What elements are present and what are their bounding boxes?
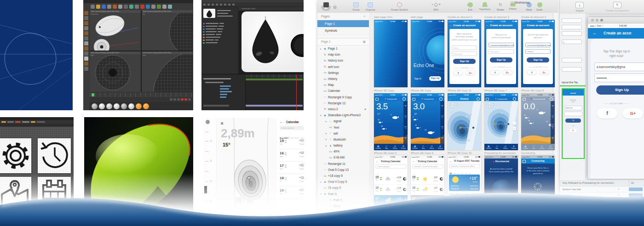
- create-component-button[interactable]: ✎ Create Component: [597, 2, 638, 12]
- nav-item[interactable]: ◷History: [391, 144, 399, 150]
- facebook-button[interactable]: f: [597, 108, 617, 119]
- artboard-start-page[interactable]: ●●●●● Yext ◠9:49 AM49% Echo One Sign In …: [411, 20, 444, 87]
- ungroup-button[interactable]: Ungroup: [362, 2, 378, 11]
- artboard-title[interactable]: iPhone SE Copy 8: [521, 89, 556, 92]
- layer-row[interactable]: ▾ ■ StatusBar-Light-iPhone3: [317, 112, 369, 118]
- artboard-history-map[interactable]: ●●●●● Yext ◠9:49 AM49% ← History: [448, 93, 481, 150]
- layer-row[interactable]: ▭ Rectangle 12: [317, 100, 369, 106]
- menu-icon[interactable]: [375, 98, 379, 101]
- sign-up-button[interactable]: Sign Up: [429, 76, 441, 81]
- password-field[interactable]: Password: [489, 49, 514, 54]
- ae-layer-bar-video[interactable]: [246, 79, 303, 80]
- artboard-create-account-1[interactable]: ●●●●● Yext ◠9:49 AM49% ← Create an accou…: [448, 20, 481, 87]
- facebook-button[interactable]: f: [453, 70, 463, 75]
- artboard-title[interactable]: Create an account 1: [448, 16, 483, 18]
- c4d-timeline-ruler[interactable]: [90, 93, 193, 97]
- facebook-button[interactable]: f: [527, 70, 537, 75]
- nav-item[interactable]: ▦Calendar: [411, 144, 419, 150]
- search-field[interactable]: Chernihiv, Chernihivs'ka oblast: [449, 164, 480, 168]
- nav-item[interactable]: ◷History: [501, 144, 510, 150]
- artboard-title[interactable]: iPhone SE Copy: [374, 89, 409, 92]
- email-field[interactable]: a.kaznovetskiy@gmail.com: [525, 43, 551, 47]
- zoom-control[interactable]: − ◯ + 50%: [427, 2, 445, 11]
- layer-row[interactable]: Aa Map: [317, 82, 369, 88]
- search-field[interactable]: Current position: [375, 164, 406, 169]
- artboard-sonar-connected-2[interactable]: ●●●●● Yext ◠9:49 AM49% Connected 3.0 18°…: [411, 93, 444, 150]
- nav-item[interactable]: ⚐Map: [382, 144, 391, 150]
- artboard-title[interactable]: Prepearing for connection: [484, 152, 519, 154]
- nav-item[interactable]: ⚙Settings: [399, 144, 408, 150]
- sonar-device-icon[interactable]: [549, 97, 554, 102]
- nav-item[interactable]: ◷History: [538, 144, 546, 150]
- layer-row[interactable]: ▸ ■ Page 1: [317, 45, 369, 51]
- layer-row[interactable]: ▸ ᛒ bluetooth: [317, 136, 369, 142]
- email-field[interactable]: a.kaznovetskiy@gma: [594, 62, 644, 71]
- sign-in-link[interactable]: Sign In: [414, 78, 421, 80]
- calendar-row[interactable]: 16Wed +18Cloudy: [279, 149, 304, 162]
- search-field[interactable]: Chernihiv, Chernihivs'ka oblast: [412, 164, 443, 169]
- google-plus-button[interactable]: G+: [539, 70, 549, 75]
- property-field[interactable]: [562, 67, 582, 72]
- email-field[interactable]: Email: [452, 45, 477, 50]
- sign-up-button[interactable]: Sign Up: [490, 57, 512, 62]
- artboard-sonar-connected-1[interactable]: ●●●●● Yext ◠9:49 AM49% Connected 3.5 17°…: [374, 93, 408, 150]
- layer-row[interactable]: Aa Yext: [317, 124, 369, 130]
- c4d-transport-controls[interactable]: [90, 97, 193, 102]
- layer-row[interactable]: ▸ ◠ wifi: [317, 130, 369, 136]
- menu-icon[interactable]: [486, 98, 489, 101]
- sonar-device-icon[interactable]: [402, 97, 407, 102]
- rotate-button[interactable]: ↻ Rotate: [494, 2, 507, 11]
- sign-up-button[interactable]: Sign Up: [596, 85, 644, 95]
- list-view-icon[interactable]: ▣: [363, 39, 366, 45]
- nav-item[interactable]: ⚙Settings: [546, 144, 555, 150]
- artboard-create-account-2[interactable]: ●●●●● Yext ◠9:49 AM49% ← Create an accou…: [484, 20, 518, 87]
- ae-composition-view[interactable]: [239, 7, 304, 74]
- insert-button[interactable]: Insert: [319, 2, 333, 11]
- nav-item[interactable]: ⚐Map: [529, 144, 538, 150]
- layer-row[interactable]: Aa 49%: [317, 148, 369, 154]
- layer-row[interactable]: Aa History: [317, 76, 369, 82]
- sonar-device-icon[interactable]: [439, 97, 443, 102]
- layer-row[interactable]: ↻ sett icon: [317, 64, 369, 70]
- password-field[interactable]: •••••••••: [594, 73, 644, 82]
- viewport-right[interactable]: View Cameras Display Options Filter Pane…: [90, 51, 141, 92]
- artboard-title[interactable]: start page intro: [374, 16, 409, 18]
- nav-item[interactable]: ▦Calendar: [521, 144, 529, 150]
- property-field[interactable]: [562, 18, 582, 23]
- property-field[interactable]: [562, 25, 582, 29]
- bottom-nav[interactable]: ▦Calendar⚐Map◷History⚙Settings: [484, 144, 518, 150]
- artboard-title[interactable]: Create an account 2: [484, 16, 519, 18]
- artboard-title[interactable]: start page: [411, 16, 446, 18]
- viewport-top[interactable]: View Cameras Display Options Filter Pane…: [142, 10, 193, 51]
- viewport-perspective[interactable]: View Cameras Display Options Filter Pane…: [90, 10, 141, 51]
- symbols-item[interactable]: Symbols: [317, 27, 369, 34]
- artboard-map-connected[interactable]: ●●●●● Yext ◠9:49 AM49% Connected: [484, 93, 518, 150]
- ae-composition-tab[interactable]: Composition Comp 1: [239, 7, 304, 11]
- selected-artboard-thumbnail[interactable]: account Up button now! @gmail.com Up wit…: [562, 88, 585, 159]
- ae-timeline-ruler[interactable]: [246, 74, 304, 78]
- nav-item[interactable]: ⚙Settings: [436, 144, 444, 150]
- nav-item[interactable]: ⚐Map: [419, 144, 427, 150]
- edit-button[interactable]: Edit: [465, 2, 476, 11]
- facebook-button[interactable]: f: [490, 70, 500, 75]
- locate-button[interactable]: ➢: [512, 127, 516, 130]
- layer-row[interactable]: Aa 9:49 AM: [317, 154, 369, 160]
- preview-window-chrome[interactable]: [588, 17, 644, 23]
- info-button[interactable]: i: [512, 121, 516, 125]
- layer-row[interactable]: ↻ map icon: [317, 51, 369, 57]
- create-symbol-button[interactable]: Create Symbol: [386, 2, 412, 11]
- c4d-material-swatches[interactable]: [90, 102, 193, 110]
- artboard-title[interactable]: iPhone SE Copy 10: [448, 152, 483, 154]
- selected-layer-label[interactable]: signup blue Tap: [562, 81, 578, 84]
- search-field[interactable]: Current position: [280, 126, 304, 130]
- property-field[interactable]: [562, 58, 582, 62]
- page-item-selected[interactable]: Page 1: [317, 20, 369, 27]
- back-icon[interactable]: ←: [449, 160, 452, 163]
- artboard-create-account-3[interactable]: ●●●●● Yext ◠9:49 AM49% ← Create an accou…: [521, 20, 555, 87]
- back-icon[interactable]: ←: [592, 31, 597, 35]
- sonar-device-icon[interactable]: [512, 97, 517, 102]
- layer-row[interactable]: Aa Calendar: [317, 88, 369, 94]
- nav-item[interactable]: ◷History: [428, 144, 436, 150]
- google-plus-button[interactable]: G+: [623, 108, 643, 119]
- add-page-button[interactable]: +: [363, 13, 365, 20]
